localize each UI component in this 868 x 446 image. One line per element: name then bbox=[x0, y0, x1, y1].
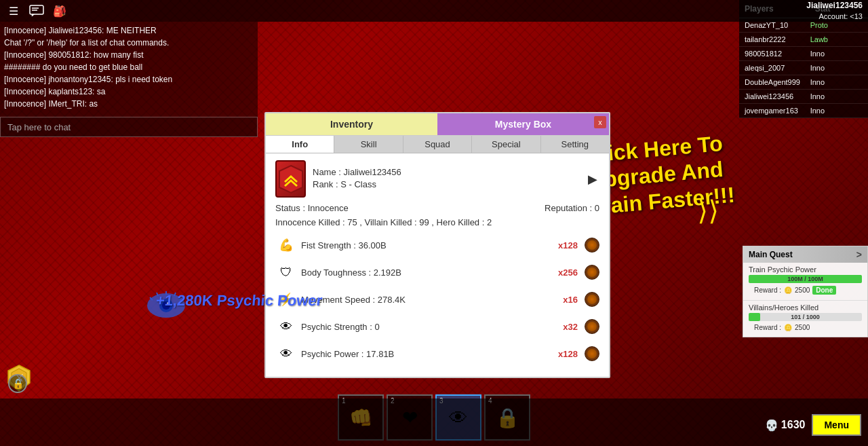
sub-tab-info[interactable]: Info bbox=[266, 136, 334, 153]
quest-expand-button[interactable]: > bbox=[856, 249, 862, 260]
stat-icon: 🛡 bbox=[275, 261, 297, 283]
chat-line: [Innocence] Jialiwei123456: ME NEITHER bbox=[4, 24, 254, 37]
stat-multiplier: x128 bbox=[558, 349, 578, 359]
stat-icon: 👁 bbox=[275, 343, 297, 365]
player-info-row: Name : Jialiwei123456 Rank : S - Class ▶ bbox=[275, 160, 599, 198]
menu-button[interactable]: Menu bbox=[812, 414, 861, 436]
quest-progress-bar-1: 100M / 100M bbox=[749, 275, 862, 283]
sub-tab-special[interactable]: Special bbox=[472, 136, 540, 153]
stat-name: Movement Speed : 278.4K bbox=[301, 295, 559, 305]
quest-progress-text-1: 100M / 100M bbox=[787, 276, 823, 282]
mystery-box-tab[interactable]: Mystery Box bbox=[437, 113, 609, 135]
player-status-badge: Inno bbox=[810, 64, 863, 72]
player-name: tailanbr2222 bbox=[745, 35, 810, 43]
stat-row: 🛡 Body Toughness : 2.192B x256 bbox=[275, 261, 599, 283]
quest-reward-label-2: Reward : bbox=[754, 324, 781, 331]
quest-done-badge: Done bbox=[812, 286, 836, 295]
player-status-badge: Inno bbox=[810, 78, 863, 86]
quest-panel: Main Quest > Train Psychic Power 100M / … bbox=[743, 246, 868, 337]
stat-name: Psychic Strength : 0 bbox=[301, 322, 559, 332]
gear-bottom-left[interactable]: 🔒 bbox=[8, 343, 27, 393]
player-details: Name : Jialiwei123456 Rank : S - Class bbox=[313, 167, 579, 191]
inventory-panel: x Inventory Mystery Box Info Skill Squad… bbox=[264, 112, 610, 378]
skull-number: 1630 bbox=[781, 419, 806, 431]
quest-title: Main Quest bbox=[749, 250, 793, 259]
stat-name: Psychic Power : 17.81B bbox=[301, 349, 554, 359]
stat-btn-inner bbox=[587, 322, 597, 331]
top-bar: ☰ 🎒 Jialiwei123456 Account: <13 bbox=[0, 0, 868, 22]
quest-task-2: Villains/Heroes Killed 101 / 1000 Reward… bbox=[743, 301, 867, 337]
stat-boost-button[interactable] bbox=[585, 346, 599, 361]
bottom-bar bbox=[0, 398, 868, 446]
stat-icon: 👁 bbox=[275, 316, 297, 337]
player-row: jovemgamer163Inno bbox=[739, 104, 868, 118]
player-name: DoubleAgent999 bbox=[745, 78, 810, 86]
backpack-icon[interactable]: 🎒 bbox=[52, 3, 68, 19]
quest-task-1-name: Train Psychic Power bbox=[749, 265, 862, 274]
forward-arrow[interactable]: ▶ bbox=[586, 169, 599, 189]
chat-line: [Innocence] IMert_TRI: as bbox=[4, 98, 254, 110]
player-name: jovemgamer163 bbox=[745, 107, 810, 115]
stat-row: 💪 Fist Strength : 36.00B x128 bbox=[275, 234, 599, 256]
quest-task-2-name: Villains/Heroes Killed bbox=[749, 303, 862, 312]
stat-name: Body Toughness : 2.192B bbox=[301, 267, 554, 278]
chat-input[interactable]: Tap here to chat bbox=[0, 117, 258, 137]
sub-tab-setting[interactable]: Setting bbox=[541, 136, 609, 153]
chat-line: ######## do you need to get blue ball bbox=[4, 61, 254, 73]
chat-icon[interactable] bbox=[28, 3, 45, 19]
stat-multiplier: x16 bbox=[563, 295, 578, 305]
quest-reward-amount-1: 2500 bbox=[795, 286, 810, 294]
quest-progress-bar-2: 101 / 1000 bbox=[749, 313, 862, 321]
quest-header: Main Quest > bbox=[743, 246, 867, 263]
bottom-right-ui: 💀 1630 Menu bbox=[765, 414, 861, 436]
sub-tabs: Info Skill Squad Special Setting bbox=[266, 136, 609, 153]
account-name: Jialiwei123456 bbox=[806, 1, 863, 12]
stat-row: 👁 Psychic Power : 17.81B x128 bbox=[275, 343, 599, 365]
quest-reward-label-1: Reward : bbox=[754, 286, 781, 294]
skull-icon: 💀 bbox=[765, 419, 778, 432]
stat-btn-inner bbox=[587, 240, 597, 250]
player-status: Status : Innocence bbox=[275, 203, 349, 213]
player-rank-line: Rank : S - Class bbox=[313, 179, 579, 189]
stat-btn-inner bbox=[587, 295, 597, 304]
inventory-tab[interactable]: Inventory bbox=[266, 113, 437, 135]
players-list: DenazYT_10Prototailanbr2222Lawb980051812… bbox=[739, 18, 868, 118]
player-status-badge: Lawb bbox=[810, 35, 863, 43]
stat-boost-button[interactable] bbox=[585, 238, 599, 253]
stat-boost-button[interactable] bbox=[585, 265, 599, 280]
panel-close-button[interactable]: x bbox=[594, 116, 606, 128]
chat-placeholder: Tap here to chat bbox=[7, 122, 71, 132]
player-row: tailanbr2222Lawb bbox=[739, 33, 868, 47]
quest-reward-1: Reward : 🪙 2500 Done bbox=[749, 284, 862, 297]
stat-boost-button[interactable] bbox=[585, 292, 599, 307]
rank-badge bbox=[275, 160, 306, 198]
quest-reward-coin-icon: 🪙 bbox=[784, 286, 792, 294]
stat-row: ⚡ Movement Speed : 278.4K x16 bbox=[275, 289, 599, 310]
psychic-float-text: +1,280K Psychic Power bbox=[155, 292, 323, 310]
skull-count: 💀 1630 bbox=[765, 419, 806, 432]
sub-tab-squad[interactable]: Squad bbox=[403, 136, 472, 153]
chat-line: Chat '/?" or '/help' for a list of chat … bbox=[4, 37, 254, 49]
stat-row: 👁 Psychic Strength : 0 x32 bbox=[275, 316, 599, 337]
sub-tab-skill[interactable]: Skill bbox=[334, 136, 403, 153]
stat-multiplier: x128 bbox=[558, 240, 578, 250]
quest-reward-2: Reward : 🪙 2500 bbox=[749, 322, 862, 334]
stat-name: Fist Strength : 36.00B bbox=[301, 240, 554, 250]
player-reputation: Reputation : 0 bbox=[545, 203, 599, 213]
player-name: DenazYT_10 bbox=[745, 21, 810, 29]
stat-boost-button[interactable] bbox=[585, 319, 599, 334]
arrows-decoration: ⟨⟨ bbox=[697, 197, 719, 228]
player-row: aleqsi_2007Inno bbox=[739, 61, 868, 75]
top-bar-icons: ☰ 🎒 bbox=[5, 3, 806, 19]
account-sub: Account: <13 bbox=[806, 12, 863, 21]
stat-btn-inner bbox=[587, 349, 597, 358]
hamburger-icon[interactable]: ☰ bbox=[5, 3, 22, 19]
quest-progress-fill-2 bbox=[749, 313, 760, 321]
chat-messages: [Innocence] Jialiwei123456: ME NEITHER C… bbox=[0, 22, 258, 117]
stat-icon: 💪 bbox=[275, 234, 297, 256]
stats-container: 💪 Fist Strength : 36.00B x128 🛡 Body Tou… bbox=[275, 234, 599, 365]
player-row: 980051812Inno bbox=[739, 47, 868, 61]
quest-reward-coin-icon-2: 🪙 bbox=[784, 324, 792, 331]
chat-line: [Innocence] 980051812: how many fist bbox=[4, 49, 254, 61]
status-rep-row: Status : Innocence Reputation : 0 bbox=[275, 203, 599, 213]
